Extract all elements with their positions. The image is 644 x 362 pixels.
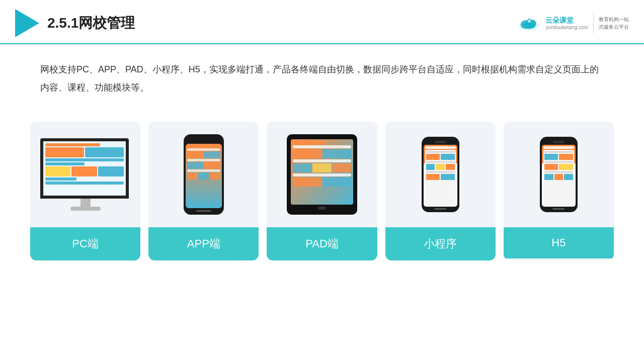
card-h5: H5 [504, 122, 614, 260]
card-pc: PC端 [30, 122, 140, 260]
logo-area: 云朵课堂 yunduoketang.com 教育机构一站 式服务云平台 [516, 13, 629, 33]
cloud-icon [516, 14, 542, 33]
tablet-icon [287, 134, 357, 215]
logo-name: 云朵课堂 [545, 16, 588, 25]
logo-cloud [516, 14, 542, 33]
card-pc-image [30, 122, 140, 227]
card-pc-label: PC端 [30, 227, 140, 260]
logo-divider [593, 13, 594, 33]
pc-monitor-icon [40, 138, 131, 211]
card-h5-image [504, 122, 614, 227]
card-pad-label: PAD端 [267, 227, 377, 260]
card-miniprogram-image [385, 122, 496, 227]
card-h5-label: H5 [504, 227, 614, 258]
page-title: 2.5.1网校管理 [47, 14, 135, 33]
header-left: 2.5.1网校管理 [15, 9, 135, 37]
h5-phone-icon [540, 137, 578, 212]
logo-url: yunduoketang.com [545, 25, 588, 30]
header: 2.5.1网校管理 云朵课堂 yunduoketang.com 教育机构一站 式… [0, 0, 644, 44]
card-miniprogram-label: 小程序 [385, 227, 496, 260]
play-icon [15, 9, 39, 37]
cards-container: PC端 [0, 112, 644, 260]
monitor-screen [40, 138, 129, 199]
card-app-image [148, 122, 259, 227]
description-text: 网校支持PC、APP、PAD、小程序、H5，实现多端打通，产品各终端自由切换，数… [0, 44, 644, 107]
logo-tagline: 教育机构一站 式服务云平台 [599, 16, 629, 31]
phone-app-icon [184, 134, 224, 215]
miniprogram-phone-icon [422, 137, 459, 212]
card-pad-image [267, 122, 377, 227]
card-app: APP端 [148, 122, 259, 260]
logo-text-block: 云朵课堂 yunduoketang.com [545, 16, 588, 30]
card-app-label: APP端 [148, 227, 259, 260]
card-miniprogram: 小程序 [385, 122, 496, 260]
card-pad: PAD端 [267, 122, 377, 260]
